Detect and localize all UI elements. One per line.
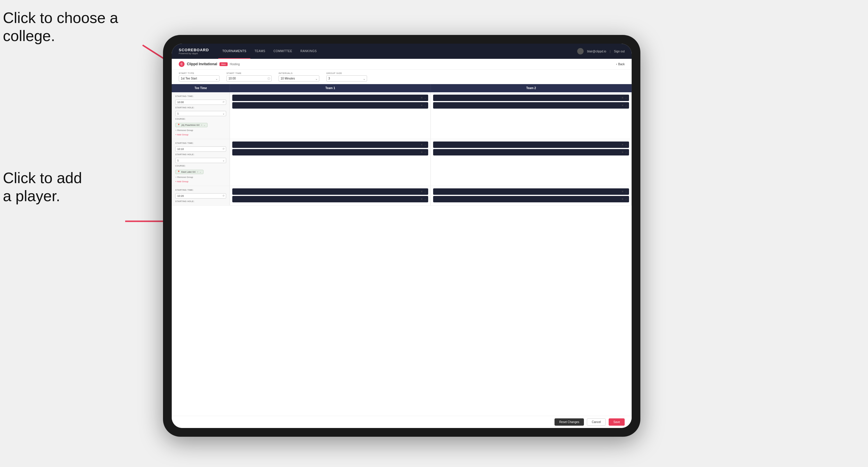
slot-x-icon[interactable]: ✕ (421, 198, 423, 200)
main-content: STARTING TIME: STARTING HOLE: COURSE: 📍 … (172, 92, 632, 416)
team1-panel-3: ✕ ⌄ ✕ ⌄ (230, 186, 431, 205)
slot-x-icon[interactable]: ✕ (421, 151, 423, 154)
slot-chevron-icon[interactable]: ⌄ (625, 104, 627, 107)
course-chevron[interactable]: ⌄ (204, 124, 206, 126)
slot-chevron-icon[interactable]: ⌄ (625, 96, 627, 99)
starting-time-label: STARTING TIME: (175, 142, 226, 144)
slot-chevron-icon[interactable]: ⌄ (424, 96, 427, 99)
slot-x-icon[interactable]: ✕ (621, 151, 624, 154)
tee-left-panel-2: STARTING TIME: STARTING HOLE: COURSE: 📍 … (172, 139, 230, 186)
slot-x-icon[interactable]: ✕ (621, 190, 624, 193)
table-row: STARTING TIME: STARTING HOLE: COURSE: 📍 … (172, 92, 632, 139)
slot-chevron-icon[interactable]: ⌄ (424, 198, 427, 200)
starting-time-input-2[interactable] (175, 147, 226, 152)
intervals-label: Intervals (279, 72, 319, 74)
starting-hole-input-1[interactable] (175, 111, 226, 116)
player-slot[interactable]: ✕ ⌄ (433, 149, 629, 155)
team1-panel-2: ✕ ⌄ ✕ ⌄ (230, 139, 431, 186)
intervals-select[interactable]: 10 Minutes (279, 75, 319, 82)
start-time-input[interactable] (226, 75, 272, 82)
group-size-select[interactable]: 3 (326, 75, 367, 82)
slot-x-icon[interactable]: ✕ (421, 96, 423, 99)
course-tag-1: 📍 (A) Peachtree GC × ⌄ (175, 122, 226, 127)
course-label-1: COURSE: (175, 118, 226, 120)
clippd-logo: C (179, 61, 185, 67)
course-chevron[interactable]: ⌄ (199, 170, 202, 173)
slot-x-icon[interactable]: ✕ (621, 104, 624, 107)
player-slot[interactable]: ✕ ⌄ (232, 149, 428, 155)
add-group-btn-2[interactable]: + Add Group (175, 180, 226, 183)
reset-changes-button[interactable]: Reset Changes (555, 418, 584, 426)
team2-panel-3: ✕ ⌄ ✕ ⌄ (431, 186, 632, 205)
player-slot[interactable]: ✕ ⌄ (232, 102, 428, 108)
start-type-label: Start Type (179, 72, 219, 74)
course-remove-x[interactable]: × (201, 124, 203, 126)
slot-chevron-icon[interactable]: ⌄ (424, 104, 427, 107)
player-slot[interactable]: ✕ ⌄ (232, 188, 428, 195)
hosting-tag: Hosting (230, 63, 240, 66)
course-label-2: COURSE: (175, 165, 226, 167)
event-title: C Clippd Invitational Men Hosting (179, 61, 240, 67)
group-size-group: Group Size 3 (326, 72, 367, 82)
starting-hole-input-2[interactable] (175, 158, 226, 163)
tablet-screen: SCOREBOARD Powered by clippd TOURNAMENTS… (172, 44, 632, 428)
course-remove-x[interactable]: × (197, 170, 198, 173)
form-controls: Start Type 1st Tee Start Start Time ⓘ In… (172, 70, 632, 84)
starting-hole-label: STARTING HOLE: (175, 153, 226, 155)
navbar-right: blair@clippd.io | Sign out (577, 48, 625, 55)
slot-chevron-icon[interactable]: ⌄ (424, 151, 427, 154)
start-type-select[interactable]: 1st Tee Start (179, 75, 219, 82)
player-slot[interactable]: ✕ ⌄ (232, 95, 428, 101)
team1-panel-1: ✕ ⌄ ✕ ⌄ (230, 92, 431, 139)
slot-chevron-icon[interactable]: ⌄ (625, 143, 627, 146)
add-group-btn-1[interactable]: + Add Group (175, 133, 226, 136)
player-slot[interactable]: ✕ ⌄ (433, 95, 629, 101)
sign-out-link[interactable]: Sign out (614, 50, 625, 53)
player-slot[interactable]: ✕ ⌄ (232, 142, 428, 148)
slot-chevron-icon[interactable]: ⌄ (424, 190, 427, 193)
remove-group-btn-1[interactable]: ○ Remove Group (175, 129, 226, 132)
event-tag: Men (219, 62, 228, 66)
player-slot[interactable]: ✕ ⌄ (433, 102, 629, 108)
nav-committee[interactable]: COMMITTEE (269, 44, 296, 59)
course-tag-2: 📍 East Lake GC × ⌄ (175, 168, 226, 174)
group-size-label: Group Size (326, 72, 367, 74)
save-button[interactable]: Save (609, 418, 625, 426)
starting-time-input-3[interactable] (175, 193, 226, 198)
slot-x-icon[interactable]: ✕ (621, 143, 624, 146)
user-email: blair@clippd.io (587, 50, 606, 53)
starting-time-label: STARTING TIME: (175, 95, 226, 97)
nav-rankings[interactable]: RANKINGS (296, 44, 321, 59)
annotation-bottom: Click to add a player. (3, 169, 82, 205)
slot-chevron-icon[interactable]: ⌄ (625, 198, 627, 200)
col-tee-time: Tee Time (172, 84, 230, 92)
bottom-actions: Reset Changes Cancel Save (172, 416, 632, 428)
team2-panel-2: ✕ ⌄ ✕ ⌄ (431, 139, 632, 186)
brand-sub: Powered by clippd (179, 52, 209, 55)
nav-tournaments[interactable]: TOURNAMENTS (218, 44, 251, 59)
player-slot[interactable]: ✕ ⌄ (232, 196, 428, 203)
col-team1: Team 1 (230, 84, 431, 92)
intervals-group: Intervals 10 Minutes (279, 72, 319, 82)
tablet-device: SCOREBOARD Powered by clippd TOURNAMENTS… (163, 35, 640, 437)
start-time-label: Start Time (226, 72, 272, 74)
slot-chevron-icon[interactable]: ⌄ (424, 143, 427, 146)
slot-x-icon[interactable]: ✕ (421, 104, 423, 107)
cancel-button[interactable]: Cancel (587, 418, 606, 426)
tee-left-panel-1: STARTING TIME: STARTING HOLE: COURSE: 📍 … (172, 92, 230, 139)
slot-chevron-icon[interactable]: ⌄ (625, 151, 627, 154)
slot-chevron-icon[interactable]: ⌄ (625, 190, 627, 193)
slot-x-icon[interactable]: ✕ (621, 198, 624, 200)
starting-hole-label: STARTING HOLE: (175, 106, 226, 108)
back-button[interactable]: ‹ Back (616, 63, 625, 66)
slot-x-icon[interactable]: ✕ (621, 96, 624, 99)
nav-teams[interactable]: TEAMS (250, 44, 269, 59)
player-slot[interactable]: ✕ ⌄ (433, 188, 629, 195)
player-slot[interactable]: ✕ ⌄ (433, 142, 629, 148)
player-slot[interactable]: ✕ ⌄ (433, 196, 629, 203)
start-time-group: Start Time ⓘ (226, 72, 272, 82)
slot-x-icon[interactable]: ✕ (421, 143, 423, 146)
starting-time-input-1[interactable] (175, 100, 226, 105)
slot-x-icon[interactable]: ✕ (421, 190, 423, 193)
remove-group-btn-2[interactable]: ○ Remove Group (175, 176, 226, 179)
